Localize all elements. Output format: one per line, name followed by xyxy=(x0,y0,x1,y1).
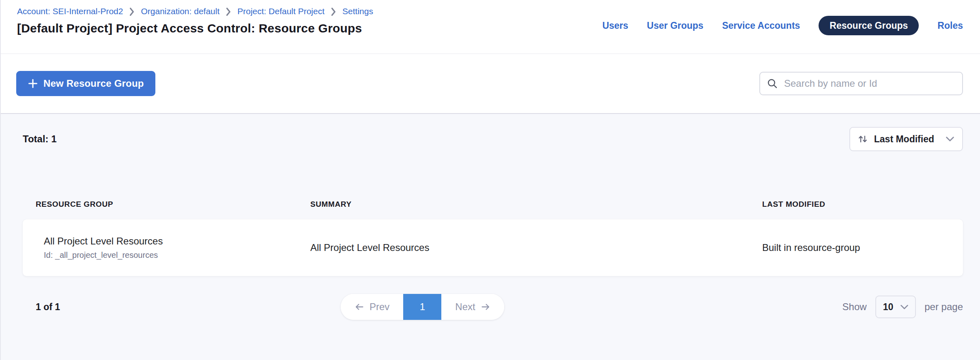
breadcrumb: Account: SEI-Internal-Prod2 Organization… xyxy=(17,6,963,16)
page-header: Account: SEI-Internal-Prod2 Organization… xyxy=(1,0,980,54)
prev-label: Prev xyxy=(370,301,389,313)
show-label: Show xyxy=(842,301,867,313)
tab-service-accounts[interactable]: Service Accounts xyxy=(722,20,800,31)
prev-page-button[interactable]: Prev xyxy=(341,294,403,320)
sort-dropdown-label: Last Modified xyxy=(874,134,934,145)
tab-roles[interactable]: Roles xyxy=(937,20,963,31)
search-icon xyxy=(767,78,778,89)
list-controls: Total: 1 Last Modified xyxy=(23,127,963,151)
chevron-right-icon xyxy=(129,8,135,16)
sort-dropdown[interactable]: Last Modified xyxy=(849,127,963,151)
resource-group-name: All Project Level Resources xyxy=(44,236,310,247)
total-count: Total: 1 xyxy=(23,133,57,145)
next-page-button[interactable]: Next xyxy=(441,294,504,320)
chevron-down-icon xyxy=(946,136,954,142)
arrow-left-icon xyxy=(355,302,364,312)
access-control-tabs: Users User Groups Service Accounts Resou… xyxy=(602,16,963,35)
column-header-resource-group: RESOURCE GROUP xyxy=(36,200,310,209)
search-box xyxy=(759,72,963,95)
page-size-select[interactable]: 10 xyxy=(875,296,916,318)
next-label: Next xyxy=(455,301,475,313)
resource-group-list: Total: 1 Last Modified RESOURCE GROUP SU… xyxy=(1,114,980,360)
column-header-summary: SUMMARY xyxy=(310,200,762,209)
column-header-last-modified: LAST MODIFIED xyxy=(762,200,963,209)
page-range-label: 1 of 1 xyxy=(23,302,60,313)
search-input[interactable] xyxy=(784,78,956,89)
resource-group-name-cell: All Project Level Resources Id: _all_pro… xyxy=(36,236,310,260)
breadcrumb-organization-link[interactable]: Organization: default xyxy=(141,6,219,16)
page-number-button[interactable]: 1 xyxy=(403,294,441,320)
pagination: 1 of 1 Prev 1 Next Show 10 per page xyxy=(23,294,963,320)
arrow-right-icon xyxy=(481,302,490,312)
breadcrumb-project-link[interactable]: Project: Default Project xyxy=(237,6,325,16)
new-resource-group-button[interactable]: New Resource Group xyxy=(16,71,155,96)
page-size-control: Show 10 per page xyxy=(842,296,963,318)
breadcrumb-settings-link[interactable]: Settings xyxy=(342,6,373,16)
table-row[interactable]: All Project Level Resources Id: _all_pro… xyxy=(23,219,963,276)
page-size-value: 10 xyxy=(883,302,894,313)
page: Account: SEI-Internal-Prod2 Organization… xyxy=(0,0,980,360)
chevron-down-icon xyxy=(900,304,908,310)
chevron-right-icon xyxy=(226,8,231,16)
tab-users[interactable]: Users xyxy=(602,20,628,31)
breadcrumb-account-link[interactable]: Account: SEI-Internal-Prod2 xyxy=(17,6,123,16)
sort-arrows-icon xyxy=(858,134,868,144)
resource-group-id: Id: _all_project_level_resources xyxy=(44,251,310,260)
plus-icon xyxy=(28,78,38,89)
pager: Prev 1 Next xyxy=(341,294,504,320)
new-resource-group-label: New Resource Group xyxy=(43,78,144,89)
tab-user-groups[interactable]: User Groups xyxy=(647,20,703,31)
resource-group-summary: All Project Level Resources xyxy=(310,242,762,253)
table-header-row: RESOURCE GROUP SUMMARY LAST MODIFIED xyxy=(23,200,963,209)
chevron-right-icon xyxy=(331,8,336,16)
resource-group-last-modified: Built in resource-group xyxy=(762,242,963,253)
toolbar: New Resource Group xyxy=(1,54,980,114)
tab-resource-groups[interactable]: Resource Groups xyxy=(819,16,919,35)
per-page-label: per page xyxy=(924,301,963,313)
